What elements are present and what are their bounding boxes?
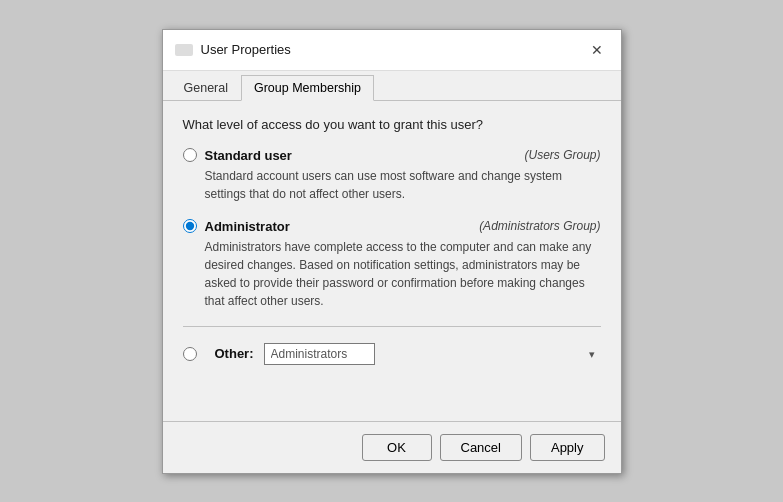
administrator-tag: (Administrators Group) bbox=[479, 219, 600, 233]
title-bar: User Properties ✕ bbox=[163, 30, 621, 71]
administrator-description: Administrators have complete access to t… bbox=[205, 238, 601, 310]
dialog-title: User Properties bbox=[201, 42, 291, 57]
tab-group-membership[interactable]: Group Membership bbox=[241, 75, 374, 101]
access-question: What level of access do you want to gran… bbox=[183, 117, 601, 132]
apply-button[interactable]: Apply bbox=[530, 434, 605, 461]
standard-user-header: Standard user (Users Group) bbox=[183, 148, 601, 163]
close-button[interactable]: ✕ bbox=[585, 38, 609, 62]
dialog-footer: OK Cancel Apply bbox=[163, 421, 621, 473]
administrator-header: Administrator (Administrators Group) bbox=[183, 219, 601, 234]
administrator-label: Administrator bbox=[205, 219, 290, 234]
cancel-button[interactable]: Cancel bbox=[440, 434, 522, 461]
tab-bar: General Group Membership bbox=[163, 71, 621, 101]
tab-content: What level of access do you want to gran… bbox=[163, 101, 621, 381]
other-label: Other: bbox=[215, 346, 254, 361]
standard-user-description: Standard account users can use most soft… bbox=[205, 167, 601, 203]
other-select-wrapper: Administrators Backup Operators Guests P… bbox=[264, 343, 601, 365]
other-option-row: Other: Administrators Backup Operators G… bbox=[183, 343, 601, 365]
other-radio[interactable] bbox=[183, 347, 197, 361]
other-group-select[interactable]: Administrators Backup Operators Guests P… bbox=[264, 343, 375, 365]
app-icon bbox=[175, 44, 193, 56]
standard-user-option: Standard user (Users Group) Standard acc… bbox=[183, 148, 601, 203]
administrator-option: Administrator (Administrators Group) Adm… bbox=[183, 219, 601, 310]
divider bbox=[183, 326, 601, 327]
standard-user-tag: (Users Group) bbox=[524, 148, 600, 162]
standard-user-radio[interactable] bbox=[183, 148, 197, 162]
user-properties-dialog: User Properties ✕ General Group Membersh… bbox=[162, 29, 622, 474]
tab-general[interactable]: General bbox=[171, 75, 241, 101]
title-bar-left: User Properties bbox=[175, 42, 291, 57]
ok-button[interactable]: OK bbox=[362, 434, 432, 461]
standard-user-label: Standard user bbox=[205, 148, 292, 163]
administrator-radio[interactable] bbox=[183, 219, 197, 233]
